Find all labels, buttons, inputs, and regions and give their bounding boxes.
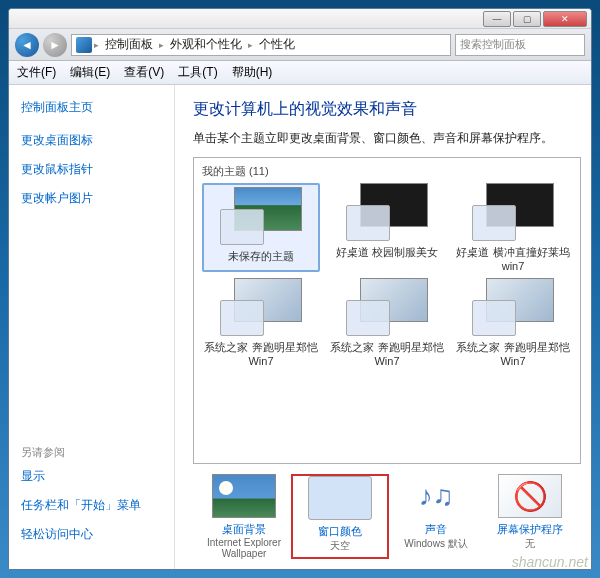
option-sublabel: 无 <box>483 537 577 551</box>
breadcrumb-seg[interactable]: 外观和个性化 <box>166 36 246 53</box>
sidebar-link-display[interactable]: 显示 <box>21 468 162 485</box>
option-saver[interactable]: 🚫屏幕保护程序无 <box>483 474 577 559</box>
breadcrumb-seg[interactable]: 控制面板 <box>101 36 157 53</box>
sidebar-link-ease[interactable]: 轻松访问中心 <box>21 526 162 543</box>
address-bar: ◄ ► ▸ 控制面板 ▸ 外观和个性化 ▸ 个性化 搜索控制面板 <box>9 29 591 61</box>
theme-item[interactable]: 系统之家 奔跑明星郑恺Win7 <box>202 278 320 367</box>
theme-item[interactable]: 好桌道 横冲直撞好莱坞win7 <box>454 183 572 272</box>
minimize-button[interactable]: — <box>483 11 511 27</box>
forward-button[interactable]: ► <box>43 33 67 57</box>
window: — ▢ ✕ ◄ ► ▸ 控制面板 ▸ 外观和个性化 ▸ 个性化 搜索控制面板 文… <box>8 8 592 570</box>
theme-label: 好桌道 校园制服美女 <box>328 245 446 260</box>
control-panel-icon <box>76 37 92 53</box>
menu-view[interactable]: 查看(V) <box>124 64 164 81</box>
color-icon <box>308 476 372 520</box>
option-sublabel: Windows 默认 <box>389 537 483 551</box>
window-glass-thumb <box>346 205 390 241</box>
option-label: 声音 <box>389 522 483 537</box>
sound-icon: ♪♫ <box>404 474 468 518</box>
menu-tools[interactable]: 工具(T) <box>178 64 217 81</box>
main-panel: 更改计算机上的视觉效果和声音 单击某个主题立即更改桌面背景、窗口颜色、声音和屏幕… <box>174 85 591 569</box>
sidebar-home[interactable]: 控制面板主页 <box>21 99 162 116</box>
theme-label: 好桌道 横冲直撞好莱坞win7 <box>454 245 572 272</box>
saver-icon: 🚫 <box>498 474 562 518</box>
sidebar-link-account[interactable]: 更改帐户图片 <box>21 190 162 207</box>
close-button[interactable]: ✕ <box>543 11 587 27</box>
menu-file[interactable]: 文件(F) <box>17 64 56 81</box>
sidebar-link-mouse[interactable]: 更改鼠标指针 <box>21 161 162 178</box>
theme-label: 系统之家 奔跑明星郑恺Win7 <box>328 340 446 367</box>
window-glass-thumb <box>220 300 264 336</box>
window-glass-thumb <box>472 300 516 336</box>
search-placeholder: 搜索控制面板 <box>460 37 526 52</box>
theme-item[interactable]: 未保存的主题 <box>202 183 320 272</box>
maximize-button[interactable]: ▢ <box>513 11 541 27</box>
theme-item[interactable]: 好桌道 校园制服美女 <box>328 183 446 272</box>
page-subtitle: 单击某个主题立即更改桌面背景、窗口颜色、声音和屏幕保护程序。 <box>193 130 581 147</box>
page-title: 更改计算机上的视觉效果和声音 <box>193 99 581 120</box>
option-label: 桌面背景 <box>197 522 291 537</box>
option-label: 屏幕保护程序 <box>483 522 577 537</box>
content: 控制面板主页 更改桌面图标 更改鼠标指针 更改帐户图片 另请参阅 显示 任务栏和… <box>9 85 591 569</box>
option-bg[interactable]: 桌面背景Internet Explorer Wallpaper <box>197 474 291 559</box>
chevron-right-icon: ▸ <box>94 40 99 50</box>
option-sublabel: Internet Explorer Wallpaper <box>197 537 291 559</box>
window-glass-thumb <box>346 300 390 336</box>
theme-label: 系统之家 奔跑明星郑恺Win7 <box>202 340 320 367</box>
chevron-right-icon: ▸ <box>248 40 253 50</box>
option-sublabel: 天空 <box>293 539 387 553</box>
option-color[interactable]: 窗口颜色天空 <box>291 474 389 559</box>
theme-label: 未保存的主题 <box>206 249 316 264</box>
chevron-right-icon: ▸ <box>159 40 164 50</box>
menu-edit[interactable]: 编辑(E) <box>70 64 110 81</box>
option-label: 窗口颜色 <box>293 524 387 539</box>
theme-label: 系统之家 奔跑明星郑恺Win7 <box>454 340 572 367</box>
menu-bar: 文件(F) 编辑(E) 查看(V) 工具(T) 帮助(H) <box>9 61 591 85</box>
sidebar: 控制面板主页 更改桌面图标 更改鼠标指针 更改帐户图片 另请参阅 显示 任务栏和… <box>9 85 174 569</box>
search-input[interactable]: 搜索控制面板 <box>455 34 585 56</box>
window-glass-thumb <box>472 205 516 241</box>
themes-container: 我的主题 (11) 未保存的主题好桌道 校园制服美女好桌道 横冲直撞好莱坞win… <box>193 157 581 464</box>
menu-help[interactable]: 帮助(H) <box>232 64 273 81</box>
window-glass-thumb <box>220 209 264 245</box>
my-themes-label: 我的主题 (11) <box>202 164 572 179</box>
theme-item[interactable]: 系统之家 奔跑明星郑恺Win7 <box>328 278 446 367</box>
bg-icon <box>212 474 276 518</box>
sidebar-link-icons[interactable]: 更改桌面图标 <box>21 132 162 149</box>
theme-item[interactable]: 系统之家 奔跑明星郑恺Win7 <box>454 278 572 367</box>
theme-grid: 未保存的主题好桌道 校园制服美女好桌道 横冲直撞好莱坞win7系统之家 奔跑明星… <box>202 183 572 367</box>
breadcrumb[interactable]: ▸ 控制面板 ▸ 外观和个性化 ▸ 个性化 <box>71 34 451 56</box>
bottom-options: 桌面背景Internet Explorer Wallpaper窗口颜色天空♪♫声… <box>193 474 581 559</box>
titlebar: — ▢ ✕ <box>9 9 591 29</box>
back-button[interactable]: ◄ <box>15 33 39 57</box>
breadcrumb-seg[interactable]: 个性化 <box>255 36 299 53</box>
see-also-label: 另请参阅 <box>21 445 162 460</box>
option-sound[interactable]: ♪♫声音Windows 默认 <box>389 474 483 559</box>
sidebar-link-taskbar[interactable]: 任务栏和「开始」菜单 <box>21 497 162 514</box>
